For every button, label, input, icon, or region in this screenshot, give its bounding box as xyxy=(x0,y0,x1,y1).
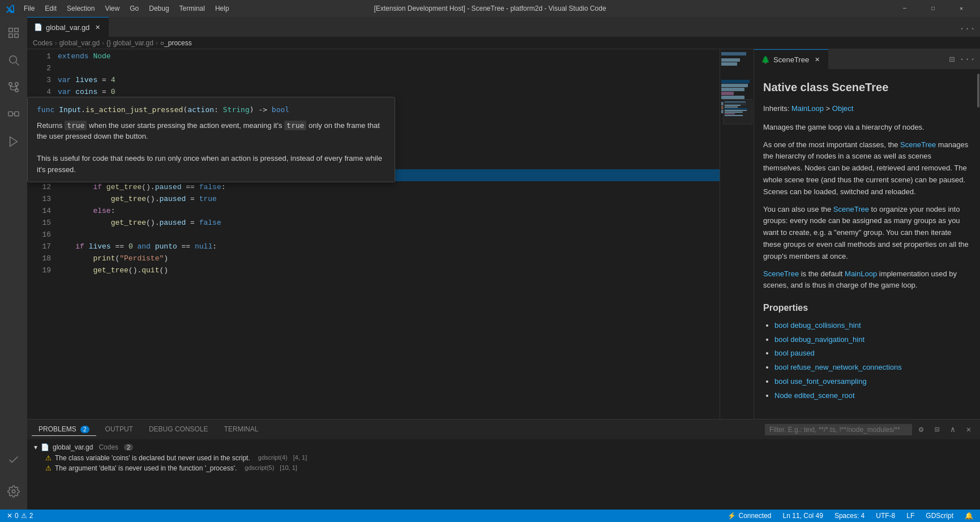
panel-tab-overflow-icon[interactable]: ··· xyxy=(959,54,975,65)
window-title: [Extension Development Host] - SceneTree… xyxy=(374,5,606,12)
activity-extensions-icon[interactable] xyxy=(0,101,27,128)
panel-scrollbar-track[interactable] xyxy=(977,69,980,419)
activity-testing-icon[interactable] xyxy=(0,446,27,473)
warning-icon-1: ⚠ xyxy=(45,454,52,462)
minimap xyxy=(720,49,754,419)
main-loop-link-2[interactable]: MainLoop xyxy=(845,269,877,278)
close-button[interactable]: ✕ xyxy=(948,0,974,17)
inherits-object-link[interactable]: Object xyxy=(832,104,854,113)
svg-rect-3 xyxy=(15,34,18,37)
scene-tree-link-3[interactable]: SceneTree xyxy=(763,269,799,278)
scene-tree-tab[interactable]: 🌲 SceneTree ✕ xyxy=(754,49,828,69)
panel-description: Manages the game loop via a hierarchy of… xyxy=(763,122,971,134)
code-line-16 xyxy=(55,229,720,241)
minimap-preview xyxy=(723,99,752,125)
inherits-mainloop-link[interactable]: MainLoop xyxy=(791,104,824,113)
menu-file[interactable]: File xyxy=(19,3,39,14)
problem-row-2[interactable]: ⚠ The argument 'delta' is never used in … xyxy=(32,463,975,473)
menu-help[interactable]: Help xyxy=(211,3,234,14)
status-connected[interactable]: ⚡ Connected xyxy=(725,512,773,520)
status-encoding[interactable]: UTF-8 xyxy=(874,512,897,520)
breadcrumb-codes[interactable]: Codes xyxy=(33,39,53,47)
collapse-icon[interactable]: ∧ xyxy=(946,423,960,437)
problems-file-row[interactable]: ▾ 📄 global_var.gd Codes 2 xyxy=(32,442,975,453)
problem-source-2: gdscript(5) xyxy=(245,464,274,471)
warning-icon-2: ⚠ xyxy=(45,464,52,472)
title-bar: File Edit Selection View Go Debug Termin… xyxy=(0,0,980,17)
prop-link-5[interactable]: bool use_font_oversampling xyxy=(774,377,867,386)
breadcrumb-file[interactable]: global_var.gd xyxy=(59,39,100,47)
activity-source-control-icon[interactable] xyxy=(0,74,27,101)
problems-panel: ▾ 📄 global_var.gd Codes 2 ⚠ The class va… xyxy=(27,439,980,510)
maximize-button[interactable]: □ xyxy=(920,0,946,17)
scene-tree-tab-label: SceneTree xyxy=(773,55,809,64)
panel-body3: SceneTree is the default MainLoop implem… xyxy=(763,268,971,292)
scene-tree-tab-close[interactable]: ✕ xyxy=(812,55,821,64)
tab-close-button[interactable]: ✕ xyxy=(93,23,102,32)
filter-input[interactable] xyxy=(765,424,912,435)
status-bar-left: ✕ 0 ⚠ 2 xyxy=(5,512,35,520)
expand-icon[interactable]: ⊡ xyxy=(930,423,944,437)
prop-link-4[interactable]: bool refuse_new_network_connections xyxy=(774,363,902,371)
status-notifications-icon[interactable]: 🔔 xyxy=(962,512,975,520)
tab-output[interactable]: OUTPUT xyxy=(99,423,140,436)
code-line-13: get_tree().paused = true xyxy=(55,193,720,205)
status-language[interactable]: GDScript xyxy=(923,512,956,520)
code-editor[interactable]: 1 2 3 4 5 6 7 8 9 10 11 12 13 14 15 16 1 xyxy=(27,49,754,419)
prop-link-2[interactable]: bool debug_navigation_hint xyxy=(774,335,865,344)
property-5: bool use_font_oversampling xyxy=(774,376,971,388)
menu-debug[interactable]: Debug xyxy=(144,3,173,14)
tab-terminal[interactable]: TERMINAL xyxy=(217,423,266,436)
panel-scrollbar-thumb[interactable] xyxy=(977,74,979,108)
menu-terminal[interactable]: Terminal xyxy=(175,3,209,14)
bottom-container: PROBLEMS 2 OUTPUT DEBUG CONSOLE TERMINAL… xyxy=(27,419,980,510)
activity-search-icon[interactable] xyxy=(0,46,27,74)
activity-run-icon[interactable] xyxy=(0,128,27,155)
connected-label: Connected xyxy=(738,512,771,520)
close-panel-icon[interactable]: ✕ xyxy=(962,423,975,437)
breadcrumb-method[interactable]: ○_process xyxy=(160,39,192,47)
property-6: Node edited_scene_root xyxy=(774,390,971,402)
menu-view[interactable]: View xyxy=(100,3,124,14)
file-icon: 📄 xyxy=(34,23,42,31)
hover-popup: func Input.is_action_just_pressed(action… xyxy=(27,97,395,182)
scene-tree-link-2[interactable]: SceneTree xyxy=(833,205,869,213)
filter-settings-icon[interactable]: ⚙ xyxy=(914,423,928,437)
menu-go[interactable]: Go xyxy=(125,3,143,14)
minimize-button[interactable]: ─ xyxy=(892,0,918,17)
tab-more-button[interactable]: ... xyxy=(955,17,980,37)
prop-link-6[interactable]: Node edited_scene_root xyxy=(774,391,855,400)
status-line-ending[interactable]: LF xyxy=(904,512,917,520)
status-spaces[interactable]: Spaces: 4 xyxy=(832,512,867,520)
activity-settings-icon[interactable] xyxy=(0,478,27,505)
code-line-4: var coins = 0 xyxy=(55,86,720,98)
problem-row-1[interactable]: ⚠ The class variable 'coins' is declared… xyxy=(32,453,975,463)
prop-link-1[interactable]: bool debug_collisions_hint xyxy=(774,321,861,330)
status-line-col[interactable]: Ln 11, Col 49 xyxy=(781,512,825,520)
panel-tab-bar: 🌲 SceneTree ✕ ⊡ ··· xyxy=(754,49,980,69)
connected-icon: ⚡ xyxy=(727,512,736,520)
code-line-2 xyxy=(55,62,720,74)
panel-tab-more: ⊡ ··· xyxy=(945,49,980,69)
problem-text-1: The class variable 'coins' is declared b… xyxy=(55,454,250,462)
prop-link-3[interactable]: bool paused xyxy=(774,349,815,357)
panel-body2: You can also use the SceneTree to organi… xyxy=(763,204,971,263)
property-4: bool refuse_new_network_connections xyxy=(774,362,971,374)
problem-source-1: gdscript(4) xyxy=(258,454,288,461)
status-bar-right: ⚡ Connected Ln 11, Col 49 Spaces: 4 UTF-… xyxy=(725,512,975,520)
bottom-tab-bar: PROBLEMS 2 OUTPUT DEBUG CONSOLE TERMINAL… xyxy=(27,420,980,439)
tab-problems[interactable]: PROBLEMS 2 xyxy=(32,423,96,436)
breadcrumb-scope[interactable]: {} global_var.gd xyxy=(106,39,153,47)
code-line-15: get_tree().paused = false xyxy=(55,217,720,229)
menu-edit[interactable]: Edit xyxy=(40,3,61,14)
activity-explorer-icon[interactable] xyxy=(0,19,27,46)
tab-label: global_var.gd xyxy=(46,23,89,32)
panel-tab-layout-icon[interactable]: ⊡ xyxy=(949,54,955,65)
status-errors[interactable]: ✕ 0 ⚠ 2 xyxy=(5,512,35,520)
editor-tab-global-var[interactable]: 📄 global_var.gd ✕ xyxy=(27,17,109,37)
tab-debug-console[interactable]: DEBUG CONSOLE xyxy=(142,423,215,436)
svg-rect-2 xyxy=(9,34,12,37)
menu-selection[interactable]: Selection xyxy=(62,3,99,14)
error-icon: ✕ xyxy=(7,512,12,520)
scene-tree-link-1[interactable]: SceneTree xyxy=(900,140,936,149)
